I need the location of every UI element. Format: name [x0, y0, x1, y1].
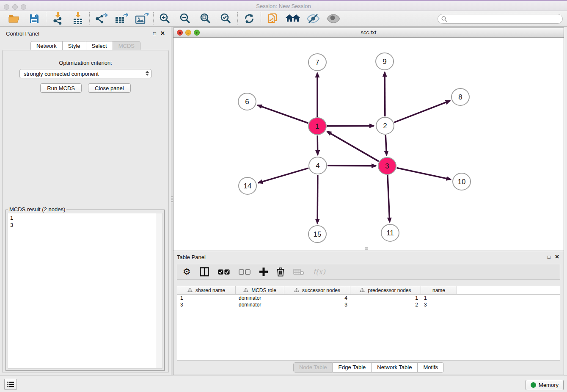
- home-layout-button[interactable]: [286, 12, 300, 25]
- network-minimize-button[interactable]: −: [185, 30, 191, 36]
- delete-table-button table-delete-icon[interactable]: [293, 266, 304, 278]
- cell-name[interactable]: 1: [421, 295, 457, 301]
- task-history-button[interactable]: [4, 379, 17, 390]
- graph-node-2[interactable]: 2: [376, 117, 394, 134]
- import-table-button[interactable]: [71, 12, 85, 25]
- window-resize-grip[interactable]: [365, 247, 368, 250]
- graph-edge-4-14[interactable]: [258, 168, 308, 183]
- hide-panel-button[interactable]: [306, 12, 320, 25]
- graph-edge-4-15[interactable]: [317, 175, 318, 224]
- graph-edge-2-8[interactable]: [394, 101, 450, 122]
- zoom-fit-icon: [200, 13, 212, 25]
- cell-shared-name[interactable]: 3: [177, 301, 236, 308]
- graph-node-1[interactable]: 1: [308, 118, 326, 135]
- column-header-name[interactable]: name: [421, 286, 457, 294]
- cell-successor-nodes[interactable]: 4: [284, 295, 350, 301]
- graph-edge-4-3[interactable]: [328, 166, 376, 166]
- svg-text:14: 14: [244, 182, 252, 190]
- cell-mcds-role[interactable]: dominator: [236, 295, 284, 301]
- cell-predecessor-nodes[interactable]: 1: [350, 295, 421, 301]
- refresh-view-button[interactable]: [242, 12, 256, 25]
- export-table-button[interactable]: [114, 12, 129, 25]
- memory-button[interactable]: Memory: [526, 380, 564, 390]
- graph-node-10[interactable]: 10: [453, 173, 471, 190]
- run-mcds-button[interactable]: Run MCDS: [40, 83, 82, 93]
- save-session-button[interactable]: [27, 12, 41, 25]
- column-visibility-button columns-icon[interactable]: [200, 266, 209, 278]
- delete-column-button trash-icon[interactable]: [277, 266, 284, 278]
- main-toolbar: [0, 11, 567, 27]
- zoom-fit-button[interactable]: [198, 12, 213, 25]
- result-scrollbar[interactable]: [157, 213, 162, 368]
- column-header-shared-name[interactable]: shared name: [177, 286, 236, 294]
- graph-edge-3-1[interactable]: [327, 131, 379, 161]
- tab-network-table[interactable]: Network Table: [372, 362, 418, 373]
- graph-node-9[interactable]: 9: [376, 53, 394, 70]
- select-all-button checked-boxes-icon[interactable]: [218, 266, 230, 278]
- cell-name[interactable]: 3: [421, 301, 457, 308]
- tab-edge-table[interactable]: Edge Table: [333, 362, 372, 373]
- window-zoom-button[interactable]: [21, 4, 26, 10]
- table-settings-button gear-icon[interactable]: ⚙: [183, 266, 191, 278]
- graph-edge-1-6[interactable]: [258, 105, 308, 123]
- refresh-icon: [243, 13, 255, 24]
- close-panel-button[interactable]: Close panel: [88, 83, 131, 93]
- cell-predecessor-nodes[interactable]: 2: [350, 301, 421, 308]
- float-table-panel-icon[interactable]: □: [548, 254, 550, 260]
- table-row[interactable]: 1 dominator 4 1 1: [177, 295, 560, 301]
- graph-node-11[interactable]: 11: [381, 224, 399, 241]
- svg-text:2: 2: [383, 122, 387, 130]
- graph-node-8[interactable]: 8: [451, 88, 469, 105]
- mcds-result-text[interactable]: 1 3: [8, 213, 156, 368]
- window-close-button[interactable]: [4, 4, 9, 10]
- tab-node-table[interactable]: Node Table: [293, 362, 333, 373]
- cell-mcds-role[interactable]: dominator: [236, 301, 284, 308]
- graph-edge-1-2[interactable]: [327, 126, 374, 126]
- graph-edge-3-10[interactable]: [397, 168, 451, 179]
- column-header-successor-nodes[interactable]: successor nodes: [284, 286, 350, 294]
- table-row[interactable]: 3 dominator 3 2 3: [177, 301, 560, 308]
- close-panel-icon[interactable]: ✕: [160, 30, 165, 36]
- tab-motifs[interactable]: Motifs: [418, 362, 444, 373]
- open-file-button[interactable]: [7, 12, 21, 25]
- column-header-mcds-role[interactable]: MCDS role: [236, 286, 284, 294]
- graph-node-7[interactable]: 7: [308, 54, 326, 71]
- graph-node-15[interactable]: 15: [308, 226, 326, 243]
- export-image-button[interactable]: [135, 12, 149, 25]
- network-graph[interactable]: 1234678910111415: [173, 38, 564, 251]
- search-icon: [441, 16, 447, 22]
- network-close-button[interactable]: ✕: [177, 30, 183, 36]
- graph-node-6[interactable]: 6: [238, 93, 256, 110]
- graph-node-14[interactable]: 14: [239, 177, 256, 194]
- graph-edge-3-11[interactable]: [388, 175, 390, 222]
- memory-label: Memory: [539, 382, 559, 388]
- close-table-panel-icon[interactable]: ✕: [555, 254, 559, 260]
- graph-node-4[interactable]: 4: [309, 157, 327, 174]
- network-maximize-button[interactable]: +: [194, 30, 200, 36]
- tree-icon: [187, 288, 193, 293]
- zoom-in-button[interactable]: [158, 12, 172, 25]
- deselect-all-button unchecked-boxes-icon[interactable]: [239, 266, 250, 278]
- zoom-out-button[interactable]: [178, 12, 193, 25]
- search-box[interactable]: [438, 14, 563, 24]
- graph-edge-2-9[interactable]: [385, 72, 385, 116]
- network-canvas[interactable]: 1234678910111415: [173, 38, 564, 251]
- window-minimize-button[interactable]: [12, 4, 18, 10]
- export-network-button[interactable]: [94, 12, 108, 25]
- search-input[interactable]: [449, 16, 562, 22]
- cell-successor-nodes[interactable]: 3: [284, 301, 350, 308]
- graph-node-3[interactable]: 3: [378, 157, 396, 174]
- optimization-criterion-dropdown[interactable]: strongly connected component: [19, 69, 151, 78]
- import-network-button[interactable]: [50, 12, 65, 25]
- cell-shared-name[interactable]: 1: [177, 295, 236, 301]
- add-column-button plus-icon[interactable]: [259, 266, 268, 278]
- graph-edge-2-3[interactable]: [385, 135, 386, 155]
- network-window-titlebar[interactable]: ✕ − + scc.txt: [173, 28, 564, 38]
- zoom-selected-button[interactable]: [219, 12, 233, 25]
- export-table-icon: [115, 13, 128, 25]
- duplicate-network-button[interactable]: [265, 12, 280, 25]
- column-header-predecessor-nodes[interactable]: predecessor nodes: [350, 286, 421, 294]
- float-panel-icon[interactable]: □: [153, 30, 156, 36]
- show-panel-button[interactable]: [326, 12, 341, 25]
- function-builder-button fx-icon[interactable]: f(x): [313, 266, 325, 278]
